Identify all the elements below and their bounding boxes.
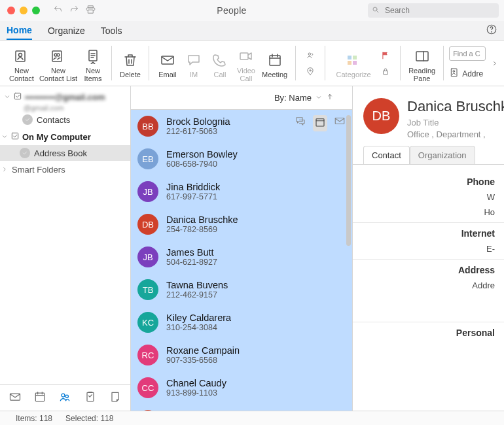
nav-mail-icon[interactable] — [9, 390, 22, 405]
people-list-item[interactable]: DBDanica Bruschke254-782-8569 — [131, 208, 352, 241]
detail-address-row[interactable]: Addre — [353, 280, 504, 290]
global-search[interactable] — [368, 3, 499, 18]
chat-icon[interactable] — [295, 115, 306, 131]
detail-phone-work[interactable]: W — [353, 192, 504, 202]
minimize-window-button[interactable] — [20, 7, 27, 14]
people-list-item[interactable]: RCRoxane Campain907-335-6568 — [131, 339, 352, 371]
video-call-button[interactable]: Video Call — [233, 44, 259, 82]
contact-phone: 907-335-6568 — [166, 356, 240, 365]
new-contact-button[interactable]: New Contact — [7, 44, 37, 82]
nav-tasks-icon[interactable] — [84, 390, 97, 405]
meeting-button[interactable]: Meeting — [259, 48, 290, 78]
checkbox-icon[interactable] — [13, 92, 22, 103]
nav-people-icon[interactable] — [58, 390, 71, 405]
zoom-window-button[interactable] — [32, 7, 40, 14]
map-pin-icon[interactable] — [302, 65, 318, 77]
search-input[interactable] — [384, 5, 495, 16]
contact-name: Chanel Caudy — [166, 378, 226, 388]
email-button[interactable]: Email — [154, 48, 181, 78]
avatar: CC — [137, 377, 158, 398]
ribbon: New Contact New Contact List New Items D… — [0, 41, 504, 86]
svg-point-28 — [62, 394, 65, 397]
undo-icon[interactable] — [53, 5, 63, 16]
detail-tab-organization[interactable]: Organization — [410, 146, 475, 164]
email-icon[interactable] — [334, 115, 346, 131]
svg-point-14 — [308, 52, 311, 55]
detail-section-phone: Phone — [353, 177, 504, 187]
people-list-item[interactable]: EBEmerson Bowley608-658-7940 — [131, 143, 352, 175]
sort-by-button[interactable]: By: Name — [274, 93, 312, 103]
avatar: TB — [137, 279, 158, 300]
print-icon[interactable] — [86, 5, 96, 16]
people-list-scroll[interactable]: BBBrock Bolognia212-617-5063EBEmerson Bo… — [131, 110, 352, 411]
contact-detail-pane: DB Danica Bruschke Job Title Office , De… — [353, 86, 504, 411]
nav-notes-icon[interactable] — [109, 390, 122, 405]
status-selected: Selected: 118 — [65, 414, 113, 423]
avatar: BB — [137, 116, 158, 137]
people-list-item[interactable]: JBJames Butt504-621-8927 — [131, 241, 352, 273]
sidebar-item-smart-folders[interactable]: Smart Folders — [0, 161, 130, 178]
scrollbar-thumb[interactable] — [346, 115, 351, 246]
checkbox-icon[interactable] — [10, 131, 20, 143]
find-contact-input[interactable]: Find a C — [449, 46, 486, 61]
ribbon-overflow-icon[interactable] — [490, 41, 500, 86]
detail-email-row[interactable]: E- — [353, 244, 504, 254]
people-list-item[interactable]: JBJina Briddick617-997-5771 — [131, 175, 352, 208]
im-button[interactable]: IM — [181, 48, 207, 78]
people-list-item[interactable]: BBBrock Bolognia212-617-5063 — [131, 110, 352, 143]
people-list-item[interactable]: CCChanel Caudy913-899-1103 — [131, 371, 352, 404]
reading-pane-button[interactable]: Reading Pane — [406, 44, 438, 82]
address-book-button[interactable]: Addre — [449, 65, 483, 80]
nav-calendar-icon[interactable] — [33, 390, 46, 405]
call-button[interactable]: Call — [207, 48, 233, 78]
people-list-item[interactable]: KCKiley Caldarera310-254-3084 — [131, 306, 352, 339]
reading-pane-icon — [414, 47, 430, 65]
chevron-down-icon[interactable] — [315, 93, 322, 103]
new-items-icon — [85, 47, 101, 65]
tab-tools[interactable]: Tools — [101, 26, 122, 36]
email-icon — [160, 51, 175, 69]
detail-org-line[interactable]: Office , Department , — [407, 129, 504, 139]
detail-tab-contact[interactable]: Contact — [363, 146, 410, 164]
people-list-item[interactable]: KCKemal Calik — [131, 404, 352, 411]
quick-access-toolbar — [53, 5, 96, 16]
people-list-item[interactable]: TBTawna Buvens212-462-9157 — [131, 273, 352, 306]
svg-rect-11 — [162, 56, 173, 64]
svg-rect-19 — [353, 61, 357, 65]
delete-button[interactable]: Delete — [117, 48, 143, 78]
tab-home[interactable]: Home — [7, 25, 32, 40]
sidebar-item-address-book[interactable]: Address Book — [0, 145, 130, 161]
contact-name: Roxane Campain — [166, 345, 240, 356]
svg-rect-32 — [335, 118, 344, 124]
contact-phone: 212-462-9157 — [166, 290, 228, 299]
calendar-icon[interactable] — [313, 115, 327, 131]
categorize-button[interactable]: Categorize — [331, 48, 376, 78]
chevron-down-icon — [1, 132, 8, 142]
redo-icon[interactable] — [69, 5, 79, 16]
svg-rect-13 — [270, 56, 280, 65]
detail-phone-home[interactable]: Ho — [353, 207, 504, 217]
menu-tabs: Home Organize Tools — [0, 21, 504, 41]
close-window-button[interactable] — [7, 7, 15, 14]
sidebar-group-on-my-computer[interactable]: On My Computer — [0, 129, 130, 145]
private-lock-icon[interactable] — [378, 65, 393, 77]
chevron-down-icon — [4, 92, 10, 102]
titlebar: People — [0, 0, 504, 21]
svg-point-9 — [57, 54, 60, 56]
detail-job-title[interactable]: Job Title — [407, 118, 504, 128]
svg-rect-21 — [416, 52, 428, 61]
status-bar: Items: 118 Selected: 118 — [0, 411, 504, 425]
check-circle-icon — [20, 148, 30, 158]
contact-name: Jina Briddick — [166, 182, 220, 192]
new-items-button[interactable]: New Items — [80, 44, 106, 82]
forward-contact-icon[interactable] — [302, 50, 318, 61]
sidebar-item-contacts[interactable]: Contacts — [3, 112, 128, 128]
contact-name: Danica Bruschke — [166, 214, 238, 225]
help-icon[interactable] — [486, 24, 497, 37]
tab-organize[interactable]: Organize — [48, 26, 85, 36]
address-book-icon — [449, 67, 459, 80]
flag-icon[interactable] — [378, 50, 393, 61]
new-contact-list-button[interactable]: New Contact List — [37, 44, 80, 82]
sidebar-account-gmail[interactable]: ••••••••••@gmail.com — [3, 90, 128, 104]
sort-direction-icon[interactable] — [326, 93, 334, 103]
